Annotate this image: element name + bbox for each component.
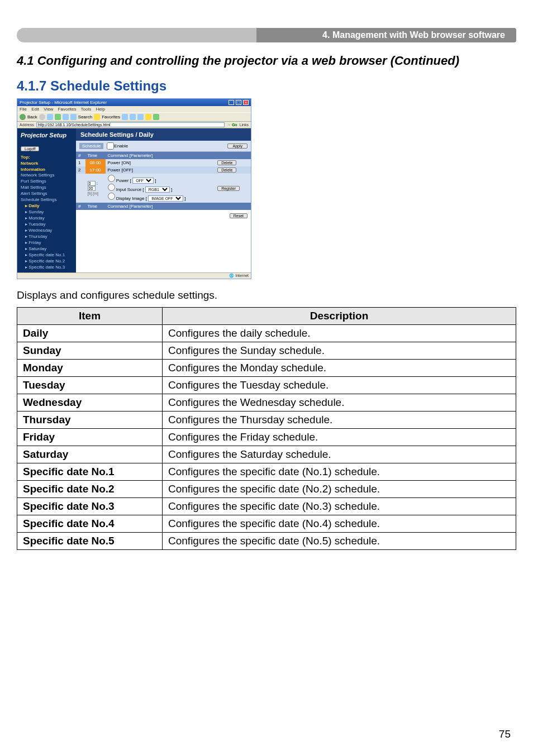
search-icon[interactable] bbox=[70, 114, 77, 120]
table-row: Specific date No.3Configures the specifi… bbox=[17, 498, 516, 515]
item-cell: Saturday bbox=[17, 446, 163, 463]
links-label[interactable]: Links bbox=[240, 123, 249, 127]
discuss-icon[interactable] bbox=[153, 114, 159, 120]
cmd-input-cell: Power [ OFF ] Input Source [ RGB1 ] Disp… bbox=[106, 174, 216, 203]
input-row: : [h]:[m] Power [ OFF ] Input Source [ R… bbox=[76, 174, 251, 203]
desc-cell: Configures the specific date (No.4) sche… bbox=[163, 515, 516, 533]
back-label[interactable]: Back bbox=[27, 114, 37, 119]
desc-cell: Configures the Saturday schedule. bbox=[163, 446, 516, 463]
sidebar-sub-daily[interactable]: ▸ Daily bbox=[21, 203, 73, 209]
maximize-icon[interactable]: □ bbox=[236, 100, 241, 105]
hour-input[interactable] bbox=[88, 181, 96, 186]
apply-button[interactable]: Apply bbox=[227, 143, 248, 149]
th-time-2: Time bbox=[85, 203, 106, 210]
brand-title: Projector Setup bbox=[17, 128, 76, 144]
sidebar-sub-specific3[interactable]: ▸ Specific date No.3 bbox=[21, 264, 73, 270]
section-title: 4.1 Configuring and controlling the proj… bbox=[17, 54, 516, 68]
item-cell: Specific date No.1 bbox=[17, 463, 163, 481]
window-title: Projector Setup - Microsoft Internet Exp… bbox=[20, 100, 107, 105]
nav-list: Network Settings Port Settings Mail Sett… bbox=[17, 172, 76, 272]
go-button[interactable]: → Go bbox=[227, 123, 237, 127]
th-num: # bbox=[76, 152, 85, 159]
embedded-screenshot: Projector Setup - Microsoft Internet Exp… bbox=[17, 98, 516, 279]
sidebar-item-alert-settings[interactable]: Alert Settings bbox=[21, 190, 73, 197]
sidebar-sub-tuesday[interactable]: ▸ Tuesday bbox=[21, 221, 73, 227]
reset-button[interactable]: Reset bbox=[230, 213, 248, 218]
table-row: Specific date No.5Configures the specifi… bbox=[17, 533, 516, 550]
window-buttons: _ □ × bbox=[228, 100, 249, 105]
nav-header-information[interactable]: Information bbox=[17, 166, 76, 172]
mail-icon[interactable] bbox=[130, 114, 136, 120]
subsection-title: 4.1.7 Schedule Settings bbox=[17, 78, 516, 94]
th-cmd: Command [Parameter] bbox=[106, 152, 216, 159]
main-panel: Schedule Settings / Daily Schedule Enabl… bbox=[76, 128, 251, 272]
desc-cell: Configures the daily schedule. bbox=[163, 325, 516, 342]
forward-icon[interactable] bbox=[39, 114, 45, 120]
sidebar-sub-specific2[interactable]: ▸ Specific date No.2 bbox=[21, 258, 73, 264]
sidebar-item-port-settings[interactable]: Port Settings bbox=[21, 178, 73, 184]
menu-edit[interactable]: Edit bbox=[31, 107, 39, 112]
minimize-icon[interactable]: _ bbox=[229, 100, 234, 105]
sidebar: Projector Setup Logoff Top: Network Info… bbox=[17, 128, 76, 272]
favorites-label[interactable]: Favorites bbox=[102, 114, 120, 119]
enable-checkbox[interactable] bbox=[107, 142, 114, 150]
toolbar: Back Search Favorites bbox=[17, 112, 251, 122]
close-icon[interactable]: × bbox=[243, 100, 249, 105]
item-cell: Specific date No.4 bbox=[17, 515, 163, 533]
status-bar: 🌐 Internet bbox=[17, 272, 251, 279]
item-cell: Daily bbox=[17, 325, 163, 342]
sidebar-sub-specific1[interactable]: ▸ Specific date No.1 bbox=[21, 252, 73, 258]
item-cell: Specific date No.3 bbox=[17, 498, 163, 515]
back-icon[interactable] bbox=[20, 114, 26, 120]
sidebar-sub-wednesday[interactable]: ▸ Wednesday bbox=[21, 227, 73, 233]
sidebar-item-network-settings[interactable]: Network Settings bbox=[21, 172, 73, 178]
minute-input[interactable] bbox=[88, 186, 96, 191]
address-input[interactable]: http://192.168.1.10/ScheduleSettings.htm… bbox=[36, 122, 225, 127]
delete-button[interactable]: Delete bbox=[217, 160, 236, 165]
item-cell: Specific date No.2 bbox=[17, 481, 163, 498]
favorites-icon[interactable] bbox=[94, 114, 100, 120]
input-source-label: Input Source bbox=[116, 187, 141, 192]
register-button[interactable]: Register bbox=[217, 186, 240, 191]
desc-cell: Configures the specific date (No.2) sche… bbox=[163, 481, 516, 498]
print-icon[interactable] bbox=[137, 114, 144, 120]
table-row: TuesdayConfigures the Tuesday schedule. bbox=[17, 377, 516, 394]
stop-icon[interactable] bbox=[47, 114, 53, 120]
sidebar-item-mail-settings[interactable]: Mail Settings bbox=[21, 184, 73, 190]
edit-icon[interactable] bbox=[145, 114, 151, 120]
th-desc: Description bbox=[163, 308, 516, 325]
refresh-icon[interactable] bbox=[55, 114, 61, 120]
input-radio[interactable] bbox=[108, 184, 115, 191]
nav-header-network[interactable]: Network bbox=[17, 160, 76, 166]
power-select[interactable]: OFF bbox=[132, 178, 154, 184]
nav-header-top: Top: bbox=[17, 154, 76, 160]
delete-button[interactable]: Delete bbox=[217, 168, 236, 173]
table-row: Specific date No.1Configures the specifi… bbox=[17, 463, 516, 481]
history-icon[interactable] bbox=[122, 114, 128, 120]
menu-view[interactable]: View bbox=[44, 107, 53, 112]
menu-file[interactable]: File bbox=[20, 107, 27, 112]
power-radio[interactable] bbox=[108, 175, 115, 182]
input-source-select[interactable]: RGB1 bbox=[145, 186, 170, 193]
desc-cell: Configures the Thursday schedule. bbox=[163, 412, 516, 429]
menu-help[interactable]: Help bbox=[96, 107, 105, 112]
sidebar-sub-saturday[interactable]: ▸ Saturday bbox=[21, 246, 73, 252]
sidebar-sub-sunday[interactable]: ▸ Sunday bbox=[21, 209, 73, 215]
sidebar-sub-thursday[interactable]: ▸ Thursday bbox=[21, 233, 73, 240]
desc-cell: Configures the Monday schedule. bbox=[163, 360, 516, 377]
search-label[interactable]: Search bbox=[78, 114, 92, 119]
display-image-select[interactable]: IMAGE OFF bbox=[148, 195, 183, 202]
menu-favorites[interactable]: Favorites bbox=[58, 107, 77, 112]
description-table: Item Description DailyConfigures the dai… bbox=[17, 307, 516, 550]
menu-tools[interactable]: Tools bbox=[81, 107, 92, 112]
sidebar-sub-monday[interactable]: ▸ Monday bbox=[21, 215, 73, 221]
sidebar-sub-friday[interactable]: ▸ Friday bbox=[21, 240, 73, 246]
window-titlebar: Projector Setup - Microsoft Internet Exp… bbox=[17, 99, 251, 106]
sidebar-item-schedule-settings[interactable]: Schedule Settings bbox=[21, 197, 73, 203]
desc-cell: Configures the specific date (No.5) sche… bbox=[163, 533, 516, 550]
home-icon[interactable] bbox=[63, 114, 69, 120]
body-paragraph: Displays and configures schedule setting… bbox=[17, 289, 516, 302]
logoff-button[interactable]: Logoff bbox=[21, 146, 39, 151]
image-radio[interactable] bbox=[108, 193, 115, 200]
schedule-enable-row: Schedule Enable Apply bbox=[76, 141, 251, 152]
